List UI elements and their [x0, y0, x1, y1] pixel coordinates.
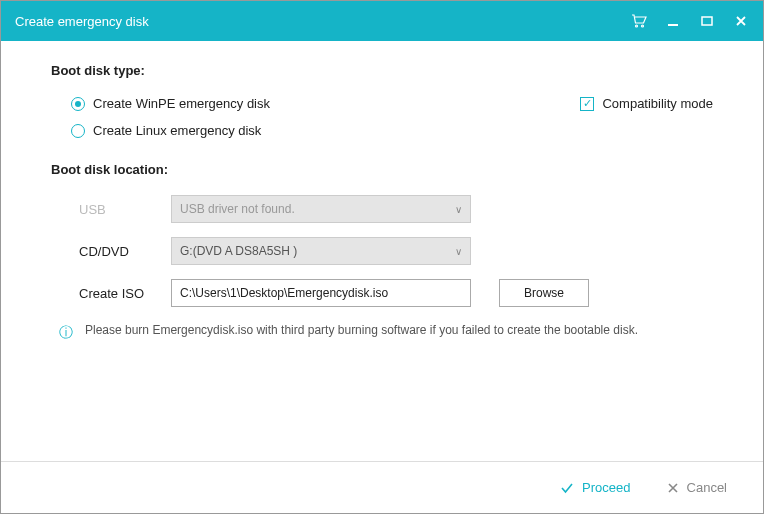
row-usb: USB USB driver not found. ∨	[51, 195, 713, 223]
cancel-label: Cancel	[687, 480, 727, 495]
radio-cd[interactable]: CD/DVD	[71, 244, 171, 259]
boot-type-row-1: Create WinPE emergency disk ✓ Compatibil…	[51, 96, 713, 111]
row-cd: CD/DVD G:(DVD A DS8A5SH ) ∨	[51, 237, 713, 265]
radio-iso[interactable]: Create ISO	[71, 286, 171, 301]
minimize-button[interactable]	[665, 13, 681, 29]
radio-winpe[interactable]: Create WinPE emergency disk	[71, 96, 270, 111]
row-iso: Create ISO C:\Users\1\Desktop\Emergencyd…	[51, 279, 713, 307]
radio-linux-label: Create Linux emergency disk	[93, 123, 261, 138]
radio-winpe-label: Create WinPE emergency disk	[93, 96, 270, 111]
titlebar: Create emergency disk	[1, 1, 763, 41]
footer: Proceed Cancel	[1, 461, 763, 513]
radio-linux[interactable]: Create Linux emergency disk	[71, 123, 713, 138]
svg-rect-2	[668, 24, 678, 26]
maximize-button[interactable]	[699, 13, 715, 29]
proceed-label: Proceed	[582, 480, 630, 495]
info-icon: ⓘ	[59, 322, 73, 343]
svg-rect-3	[702, 17, 712, 25]
iso-path-input[interactable]: C:\Users\1\Desktop\Emergencydisk.iso	[171, 279, 471, 307]
radio-usb-label: USB	[79, 202, 106, 217]
svg-point-0	[636, 25, 638, 27]
titlebar-controls	[631, 13, 749, 29]
proceed-button[interactable]: Proceed	[560, 480, 630, 495]
info-note-text: Please burn Emergencydisk.iso with third…	[85, 321, 638, 343]
content-area: Boot disk type: Create WinPE emergency d…	[1, 41, 763, 461]
browse-button-label: Browse	[524, 286, 564, 300]
boot-type-label: Boot disk type:	[51, 63, 713, 78]
radio-usb: USB	[71, 202, 171, 217]
close-button[interactable]	[733, 13, 749, 29]
window-title: Create emergency disk	[15, 14, 631, 29]
checkbox-compat-label: Compatibility mode	[602, 96, 713, 111]
select-cd[interactable]: G:(DVD A DS8A5SH ) ∨	[171, 237, 471, 265]
iso-path-text: C:\Users\1\Desktop\Emergencydisk.iso	[180, 286, 388, 300]
svg-point-1	[642, 25, 644, 27]
boot-location-label: Boot disk location:	[51, 162, 713, 177]
window: Create emergency disk Boot disk type:	[0, 0, 764, 514]
checkbox-compat[interactable]: ✓ Compatibility mode	[580, 96, 713, 111]
radio-iso-label: Create ISO	[79, 286, 144, 301]
select-usb-text: USB driver not found.	[180, 202, 295, 216]
select-usb: USB driver not found. ∨	[171, 195, 471, 223]
browse-button[interactable]: Browse	[499, 279, 589, 307]
radio-cd-label: CD/DVD	[79, 244, 129, 259]
info-note: ⓘ Please burn Emergencydisk.iso with thi…	[51, 321, 713, 343]
select-cd-text: G:(DVD A DS8A5SH )	[180, 244, 297, 258]
cart-icon[interactable]	[631, 13, 647, 29]
cancel-button[interactable]: Cancel	[667, 480, 727, 495]
chevron-down-icon: ∨	[455, 204, 462, 215]
boot-type-row-2: Create Linux emergency disk	[51, 123, 713, 138]
chevron-down-icon[interactable]: ∨	[455, 246, 462, 257]
